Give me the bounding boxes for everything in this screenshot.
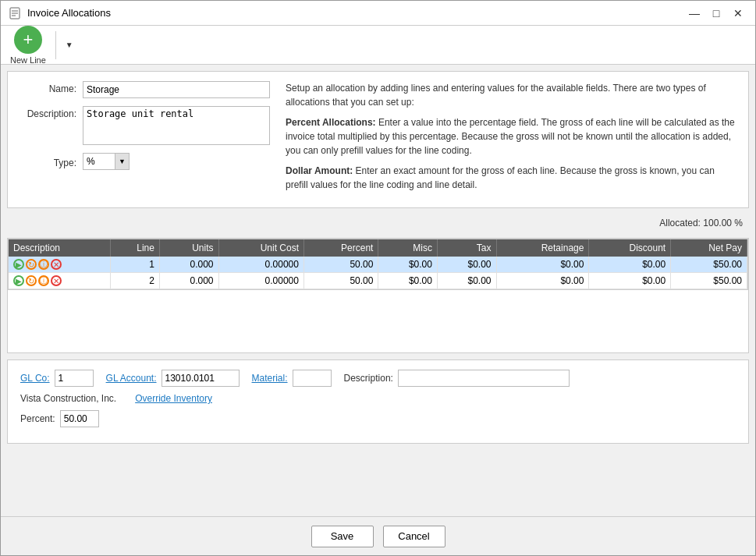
row1-tax: $0.00 [437, 257, 496, 273]
close-button[interactable]: ✕ [729, 5, 747, 21]
material-field: Material: [252, 370, 332, 387]
detail-row-2: Percent: [20, 410, 736, 427]
form-info-panel: Name: Description: Storage unit rental T… [7, 71, 749, 208]
type-dropdown-button[interactable]: ▼ [115, 154, 129, 169]
col-tax: Tax [437, 239, 496, 257]
type-label: Type: [20, 155, 83, 168]
row1-net-pay: $50.00 [671, 257, 747, 273]
gl-co-input[interactable] [55, 370, 94, 387]
row1-percent: 50.00 [303, 257, 378, 273]
new-line-icon: + [14, 26, 42, 54]
form-and-info: Name: Description: Storage unit rental T… [20, 81, 736, 198]
info-percent: Percent Allocations: Enter a value into … [286, 115, 736, 158]
row1-icons: ▶ ↻ ⓘ ✕ [13, 259, 105, 270]
gl-account-input[interactable] [161, 370, 240, 387]
info-percent-title: Percent Allocations: [286, 117, 376, 128]
info-intro: Setup an allocation by adding lines and … [286, 81, 736, 109]
detail-row-1: GL Co: GL Account: Material: Description… [20, 370, 736, 387]
description-label: Description: [20, 106, 83, 119]
row2-icon-red[interactable]: ✕ [51, 275, 62, 286]
row2-units: 0.000 [159, 273, 218, 289]
footer: Save Cancel [1, 516, 755, 555]
col-percent: Percent [303, 239, 378, 257]
type-select[interactable]: % $ [83, 154, 115, 169]
row1-icon-orange2[interactable]: ⓘ [38, 259, 49, 270]
toolbar-divider [55, 31, 56, 59]
percent-input[interactable] [60, 410, 99, 427]
gl-account-field: GL Account: [106, 370, 240, 387]
row1-icon-green[interactable]: ▶ [13, 259, 24, 270]
row1-icon-red[interactable]: ✕ [51, 259, 62, 270]
row2-icon-green[interactable]: ▶ [13, 275, 24, 286]
title-bar: Invoice Allocations — □ ✕ [1, 1, 755, 26]
gl-account-label[interactable]: GL Account: [106, 373, 157, 384]
row2-retainage: $0.00 [496, 273, 589, 289]
minimize-button[interactable]: — [685, 5, 704, 21]
table-header: Description Line Units Unit Cost Percent… [9, 239, 747, 257]
allocated-label: Allocated: [659, 218, 701, 228]
row1-discount: $0.00 [589, 257, 671, 273]
save-button[interactable]: Save [311, 526, 374, 547]
col-discount: Discount [589, 239, 671, 257]
col-units: Units [159, 239, 218, 257]
material-label[interactable]: Material: [252, 373, 288, 384]
company-name: Vista Construction, Inc. [20, 393, 116, 404]
row2-icons: ▶ ↻ ⓘ ✕ [13, 275, 105, 286]
row1-retainage: $0.00 [496, 257, 589, 273]
detail-panel: GL Co: GL Account: Material: Description… [7, 359, 749, 444]
allocations-table: Description Line Units Unit Cost Percent… [9, 239, 747, 289]
row2-tax: $0.00 [437, 273, 496, 289]
description-input[interactable]: Storage unit rental [83, 106, 270, 145]
table-container: Description Line Units Unit Cost Percent… [8, 239, 748, 290]
description-detail-input[interactable] [398, 370, 570, 387]
col-retainage: Retainage [496, 239, 589, 257]
toolbar: + New Line ▼ [1, 26, 755, 65]
title-controls: — □ ✕ [685, 5, 747, 21]
description-detail-label: Description: [344, 373, 393, 384]
material-input[interactable] [293, 370, 332, 387]
row1-description: ▶ ↻ ⓘ ✕ [9, 257, 111, 273]
row1-misc: $0.00 [378, 257, 438, 273]
new-line-label: New Line [10, 55, 46, 65]
cancel-button[interactable]: Cancel [383, 526, 445, 547]
row2-percent: 50.00 [303, 273, 378, 289]
invoice-icon [9, 7, 21, 19]
row2-icon-orange1[interactable]: ↻ [26, 275, 37, 286]
maximize-button[interactable]: □ [707, 5, 726, 21]
row2-unit-cost: 0.00000 [218, 273, 303, 289]
info-dollar-title: Dollar Amount: [286, 165, 353, 176]
type-row: Type: % $ ▼ [20, 153, 270, 170]
row1-line: 1 [111, 257, 160, 273]
col-line: Line [111, 239, 160, 257]
new-line-button[interactable]: + New Line [10, 26, 46, 65]
row2-discount: $0.00 [589, 273, 671, 289]
table-row[interactable]: ▶ ↻ ⓘ ✕ 2 0.000 0.00000 50.00 $0.00 [9, 273, 747, 289]
name-input[interactable] [83, 81, 270, 98]
content-area: Name: Description: Storage unit rental T… [1, 65, 755, 516]
allocated-row: Allocated: 100.00 % [7, 214, 749, 232]
row2-description: ▶ ↻ ⓘ ✕ [9, 273, 111, 289]
toolbar-dropdown-arrow[interactable]: ▼ [66, 41, 73, 49]
name-label: Name: [20, 81, 83, 94]
col-description: Description [9, 239, 111, 257]
main-window: Invoice Allocations — □ ✕ + New Line ▼ N… [0, 0, 756, 556]
title-left: Invoice Allocations [9, 7, 111, 19]
row2-icon-orange2[interactable]: ⓘ [38, 275, 49, 286]
table-row[interactable]: ▶ ↻ ⓘ ✕ 1 0.000 0.00000 50.00 $0.00 [9, 257, 747, 273]
row1-unit-cost: 0.00000 [218, 257, 303, 273]
form-section: Name: Description: Storage unit rental T… [20, 81, 270, 198]
description-field: Description: [344, 370, 570, 387]
row2-line: 2 [111, 273, 160, 289]
col-unit-cost: Unit Cost [218, 239, 303, 257]
description-row: Description: Storage unit rental [20, 106, 270, 145]
gl-co-label[interactable]: GL Co: [20, 373, 50, 384]
name-row: Name: [20, 81, 270, 98]
info-section: Setup an allocation by adding lines and … [286, 81, 736, 198]
row2-misc: $0.00 [378, 273, 438, 289]
row2-net-pay: $50.00 [671, 273, 747, 289]
override-inventory-link[interactable]: Override Inventory [135, 393, 212, 404]
window-title: Invoice Allocations [27, 7, 111, 19]
percent-label: Percent: [20, 413, 55, 424]
row1-units: 0.000 [159, 257, 218, 273]
row1-icon-orange1[interactable]: ↻ [26, 259, 37, 270]
